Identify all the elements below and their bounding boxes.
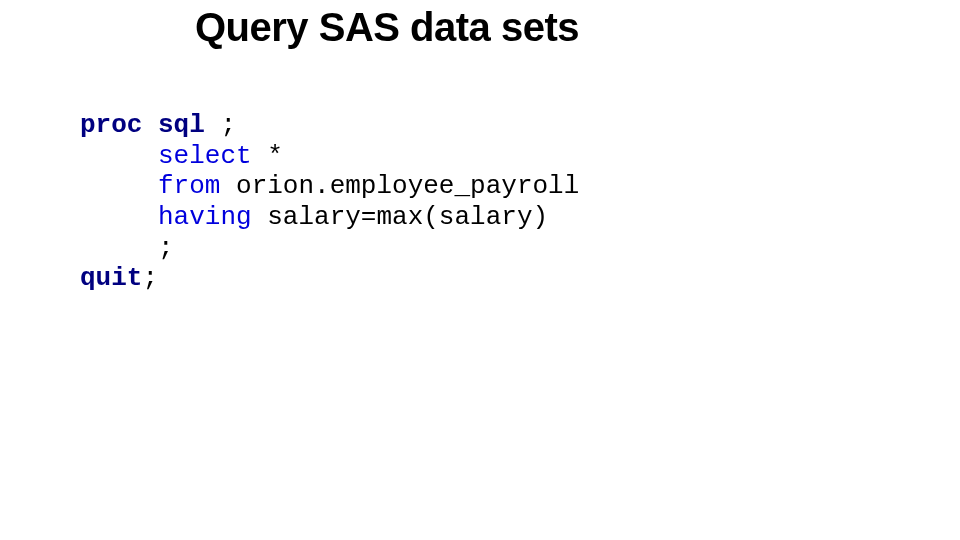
- code-text: salary=max(salary): [252, 202, 548, 232]
- code-indent: [80, 233, 158, 263]
- code-indent: [80, 202, 158, 232]
- code-line-4: having salary=max(salary): [80, 202, 960, 233]
- stmt-select: select: [158, 141, 252, 171]
- stmt-having: having: [158, 202, 252, 232]
- code-line-3: from orion.employee_payroll: [80, 171, 960, 202]
- slide-title: Query SAS data sets: [195, 5, 960, 50]
- code-indent: [80, 171, 158, 201]
- slide-container: Query SAS data sets proc sql ; select * …: [0, 5, 960, 540]
- code-line-6: quit;: [80, 263, 960, 294]
- code-text: ;: [205, 110, 236, 140]
- code-indent: [80, 141, 158, 171]
- code-line-1: proc sql ;: [80, 110, 960, 141]
- keyword-quit: quit: [80, 263, 142, 293]
- code-text: orion.employee_payroll: [220, 171, 579, 201]
- code-text: *: [252, 141, 283, 171]
- code-line-5: ;: [80, 233, 960, 264]
- stmt-from: from: [158, 171, 220, 201]
- code-line-2: select *: [80, 141, 960, 172]
- keyword-proc-sql: proc sql: [80, 110, 205, 140]
- code-text: ;: [158, 233, 174, 263]
- code-text: ;: [142, 263, 158, 293]
- code-block: proc sql ; select * from orion.employee_…: [80, 110, 960, 294]
